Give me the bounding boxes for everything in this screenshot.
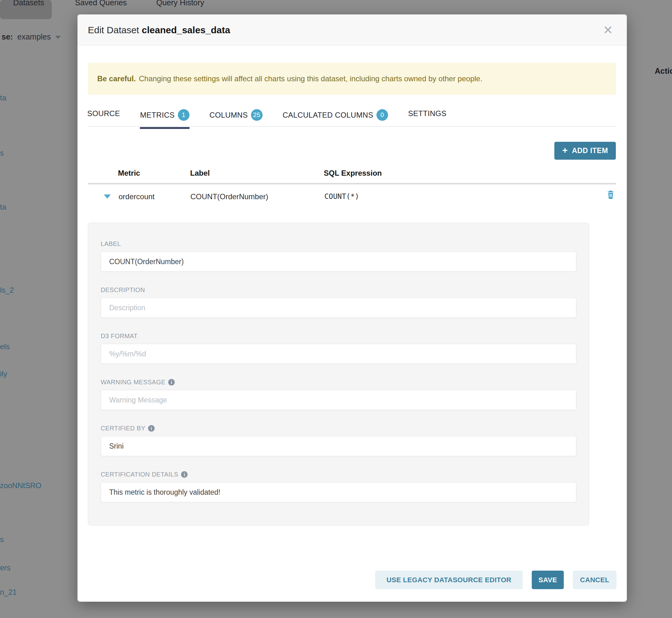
dataset-link-fragment: ta [0, 94, 6, 102]
metric-name-cell: ordercount [119, 192, 155, 201]
column-header-label: Label [190, 169, 210, 178]
list-header-divider [88, 183, 616, 185]
close-icon[interactable]: ✕ [597, 14, 619, 46]
columns-count-badge: 25 [251, 109, 263, 121]
column-header-metric: Metric [118, 169, 140, 178]
dataset-link-fragment: n_21 [0, 588, 17, 597]
dataset-link-fragment: zooNNtSRO [0, 481, 41, 490]
warning-message-field-label: WARNING MESSAGE i [101, 379, 576, 386]
certified-by-field-label: CERTIFIED BY i [101, 425, 576, 432]
tab-settings[interactable]: SETTINGS [408, 109, 447, 124]
warning-banner-bold: Be careful. [97, 74, 136, 83]
description-field-label: DESCRIPTION [101, 286, 576, 294]
use-legacy-datasource-editor-button[interactable]: USE LEGACY DATASOURCE EDITOR [375, 571, 523, 589]
certification-details-field-label: CERTIFICATION DETAILS i [101, 471, 576, 478]
info-icon: i [181, 471, 188, 478]
delete-metric-icon[interactable] [606, 190, 615, 201]
warning-message-field-input[interactable] [101, 390, 576, 410]
dataset-link-fragment: ta [0, 203, 6, 211]
collapse-caret-icon[interactable] [104, 195, 111, 199]
add-item-button[interactable]: + ADD ITEM [554, 142, 616, 160]
info-icon: i [168, 379, 175, 386]
nav-tab-saved-queries: Saved Queries [75, 0, 127, 7]
certification-details-field-input[interactable] [101, 482, 576, 502]
actions-column-header: Actio [655, 67, 672, 76]
warning-banner-text: Be careful.Changing these settings will … [97, 74, 483, 83]
metric-sql-cell: COUNT(*) [324, 192, 359, 200]
modal-footer: USE LEGACY DATASOURCE EDITOR SAVE CANCEL [375, 571, 616, 589]
dataset-link-fragment: s [0, 149, 4, 158]
tab-columns[interactable]: COLUMNS 25 [210, 109, 263, 127]
database-filter-value: examples [17, 32, 51, 41]
description-field-input[interactable] [101, 298, 576, 318]
nav-tab-query-history: Query History [156, 0, 204, 7]
metric-label-cell: COUNT(OrderNumber) [190, 192, 268, 201]
label-field-label: LABEL [101, 240, 576, 247]
info-icon: i [148, 425, 155, 432]
d3-format-field-label: D3 FORMAT [101, 332, 576, 340]
dataset-link-fragment: s [0, 535, 4, 544]
modal-title-dataset-name: cleaned_sales_data [142, 25, 230, 35]
save-button[interactable]: SAVE [532, 571, 564, 589]
dataset-link-fragment: els [0, 342, 10, 351]
dataset-link-fragment: ls_2 [0, 286, 14, 295]
dataset-link-fragment: ily [0, 370, 7, 378]
warning-banner: Be careful.Changing these settings will … [88, 63, 616, 95]
modal-title-prefix: Edit Dataset [88, 25, 139, 35]
dataset-link-fragment: ers [0, 563, 10, 572]
tab-source[interactable]: SOURCE [87, 109, 120, 124]
database-filter-label: se: [2, 32, 13, 41]
nav-tab-datasets: Datasets [13, 0, 44, 7]
d3-format-field-input[interactable] [101, 344, 576, 364]
tabs-divider [88, 126, 616, 127]
label-field-input[interactable] [101, 251, 576, 272]
metric-detail-panel: LABEL DESCRIPTION D3 FORMAT WARNING MESS… [88, 223, 589, 525]
tab-calculated-columns[interactable]: CALCULATED COLUMNS 0 [283, 109, 388, 127]
modal-header: Edit Dataset cleaned_sales_data [78, 14, 627, 46]
column-header-sql-expression: SQL Expression [324, 169, 382, 178]
plus-icon: + [562, 145, 568, 155]
screen: Datasets Saved Queries Query History se:… [0, 0, 672, 618]
certified-by-field-input[interactable] [101, 436, 576, 456]
calculated-columns-count-badge: 0 [376, 109, 388, 121]
edit-dataset-modal: Edit Dataset cleaned_sales_data ✕ Be car… [78, 14, 627, 602]
cancel-button[interactable]: CANCEL [573, 571, 616, 589]
modal-title: Edit Dataset cleaned_sales_data [88, 25, 230, 35]
chevron-down-icon [55, 36, 61, 39]
metrics-count-badge: 1 [178, 109, 189, 121]
